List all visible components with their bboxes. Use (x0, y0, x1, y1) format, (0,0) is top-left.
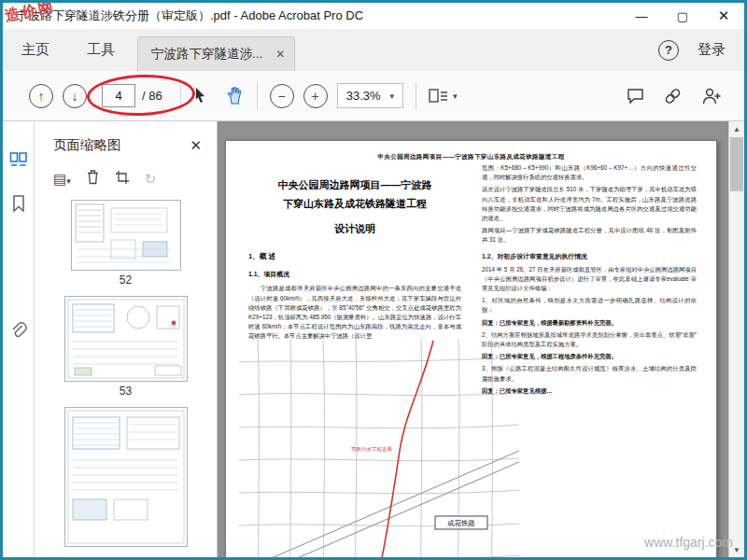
tab-home[interactable]: 主页 (3, 29, 68, 71)
body-paragraph: 1、对区域的自然条件，特别是水文方面需进一步明确孔路选择、结构设计的依据； (482, 296, 697, 315)
minimize-icon: — (636, 9, 648, 23)
section-heading-1-1: 1.1、项目概况 (248, 270, 461, 279)
close-icon: ✕ (718, 7, 730, 24)
comment-icon (627, 88, 644, 105)
chevron-down-icon: ▾ (66, 176, 71, 186)
toolbar-separator (416, 82, 416, 110)
scroll-down-icon: ▼ (733, 546, 740, 554)
content-area: 页面缩略图 ✕ ▤▾ ↻ (3, 121, 744, 557)
zoom-level-value: 33.3% (346, 89, 381, 103)
page-down-icon: ↓ (72, 89, 78, 104)
help-icon: ? (665, 43, 672, 57)
zoom-level-dropdown[interactable]: 33.3% ▾ (337, 83, 403, 108)
thumbnail-page-53[interactable] (64, 296, 188, 382)
thumbnail-label: 53 (120, 385, 132, 398)
toolbar-separator (257, 82, 258, 110)
maximize-button[interactable]: ▢ (662, 3, 703, 29)
sign-in-button[interactable]: 登录 (698, 41, 726, 59)
body-paragraph: 宁波路是成都市天府新区中央公园周边路网中的一条东西向的主要交通干道（设计时速 6… (248, 284, 461, 341)
body-paragraph: 2014 年 5 月 26、27 日在天府新区成都直管区，由专家组对中央公园周边… (482, 265, 697, 294)
thumbnail-list: 52 53 (35, 198, 217, 557)
comment-tool-button[interactable] (627, 88, 644, 105)
document-title-line3: 设计说明 (248, 220, 461, 239)
reply-paragraph: 回复：已按专家意见，根据最新勘察资料补充完善。 (482, 318, 697, 328)
send-for-signature-button[interactable] (701, 87, 722, 105)
document-tab-label: 宁波路下穿隧道涉... (151, 46, 262, 63)
window-title: 宁波路下穿隧道涉铁分册（审定版）.pdf - Adobe Acrobat Pro… (16, 7, 363, 24)
window-controls: — ▢ ✕ (621, 3, 744, 29)
tab-tools[interactable]: 工具 (68, 29, 134, 71)
scroll-down-button[interactable]: ▼ (729, 542, 744, 557)
thumbnail-label: 52 (120, 273, 132, 287)
maximize-icon: ▢ (677, 9, 688, 23)
zoom-out-icon: − (278, 89, 286, 104)
hand-icon (226, 86, 245, 105)
document-title: 中央公园周边路网项目——宁波路 下穿山东路及成花铁路隧道工程 设计说明 (248, 176, 461, 238)
body-paragraph: 范围：K5+680～K5+990）和山东路（K96+60～K97+…）方向的快速… (482, 163, 697, 182)
page-number-input[interactable]: 4 (102, 84, 135, 107)
thumbnail-drawing (72, 201, 180, 270)
main-toolbar: ↑ ↓ 4 / 86 − + 33.3% ▾ (3, 71, 744, 121)
thumbnail-drawing (65, 408, 187, 546)
rotate-icon: ↻ (145, 171, 157, 187)
rotate-pages-button[interactable]: ↻ (145, 171, 157, 188)
body-paragraph: 路网项目—宁波路下穿成花铁路隧道工程分册，其中设计图纸 46 张，彩图及附件共 … (482, 226, 697, 245)
trash-icon (86, 169, 100, 185)
page-number-group: 4 / 86 (102, 84, 162, 107)
options-icon: ▤ (53, 171, 66, 187)
section-heading-1: 1、概 述 (248, 252, 461, 261)
page-display-icon (429, 88, 449, 105)
panel-header: 页面缩略图 ✕ (35, 121, 217, 160)
site-map-figure: 市政污水工程走廊 成花铁路 (239, 339, 519, 557)
share-link-button[interactable] (663, 87, 683, 105)
page-up-icon: ↑ (38, 89, 45, 104)
crop-pages-button[interactable] (115, 170, 130, 189)
cursor-arrow-icon (193, 87, 207, 105)
scroll-up-icon: ▲ (733, 125, 740, 133)
delete-pages-button[interactable] (86, 169, 100, 189)
previous-page-button[interactable]: ↑ (29, 84, 53, 108)
document-view[interactable]: 中央公园周边路网项目——宁波路下穿山东路及成花铁路隧道工程 中央公园周边路网项目… (218, 121, 728, 557)
vertical-scrollbar[interactable]: ▲ ▼ (728, 121, 744, 557)
title-bar: 宁波路下穿隧道涉铁分册（审定版）.pdf - Adobe Acrobat Pro… (3, 3, 744, 29)
thumbnail-options-button[interactable]: ▤▾ (53, 171, 71, 188)
document-tab-close-icon[interactable]: ✕ (275, 48, 285, 61)
page-running-header: 中央公园周边路网项目——宁波路下穿山东路及成花铁路隧道工程 (226, 153, 716, 161)
pdf-page: 中央公园周边路网项目——宁波路下穿山东路及成花铁路隧道工程 中央公园周边路网项目… (225, 140, 717, 557)
zoom-in-button[interactable]: + (303, 84, 328, 108)
document-tab[interactable]: 宁波路下穿隧道涉... ✕ (137, 36, 295, 71)
zoom-out-button[interactable]: − (270, 84, 294, 108)
attachments-pane-button[interactable] (9, 321, 28, 343)
select-tool-button[interactable] (193, 87, 207, 105)
link-icon (663, 87, 683, 105)
close-button[interactable]: ✕ (703, 3, 744, 29)
page-left-column: 中央公园周边路网项目——宁波路 下穿山东路及成花铁路隧道工程 设计说明 1、概 … (248, 176, 461, 342)
page-thumbnails-panel: 页面缩略图 ✕ ▤▾ ↻ (35, 121, 218, 557)
chevron-down-icon[interactable]: ▾ (453, 91, 458, 101)
add-user-icon (701, 87, 722, 105)
scroll-up-button[interactable]: ▲ (729, 121, 744, 136)
tab-bar: 主页 工具 宁波路下穿隧道涉... ✕ ? 登录 (3, 29, 744, 71)
thumbnail-page-54[interactable] (64, 407, 188, 547)
thumbnail-page-52[interactable] (71, 200, 181, 271)
page-total-label: / 86 (142, 89, 162, 103)
document-title-line2: 下穿山东路及成花铁路隧道工程 (248, 195, 461, 214)
hand-tool-button[interactable] (226, 86, 245, 105)
panel-close-icon[interactable]: ✕ (190, 137, 202, 154)
help-button[interactable]: ? (658, 40, 679, 61)
page-thumbnails-pane-button[interactable] (9, 151, 28, 174)
toolbar-right-group (627, 87, 731, 105)
body-paragraph: 该次设计宁波路下穿隧道段总长 510 米，下穿隧道为暗埋下穿，其中机动车道为双向… (482, 185, 697, 223)
panel-toolbar: ▤▾ ↻ (35, 160, 217, 198)
next-page-button[interactable]: ↓ (63, 84, 87, 108)
zoom-in-icon: + (312, 89, 319, 104)
page-thumbnails-icon (9, 151, 28, 170)
minimize-button[interactable]: — (621, 3, 662, 29)
chevron-down-icon: ▾ (390, 91, 395, 101)
scrollbar-thumb[interactable] (730, 137, 743, 191)
bookmark-icon (9, 194, 28, 213)
bookmarks-pane-button[interactable] (9, 194, 28, 217)
map-annotation: 市政污水工程走廊 (351, 446, 393, 453)
toolbar-separator (180, 82, 181, 110)
page-display-button[interactable] (429, 88, 449, 105)
